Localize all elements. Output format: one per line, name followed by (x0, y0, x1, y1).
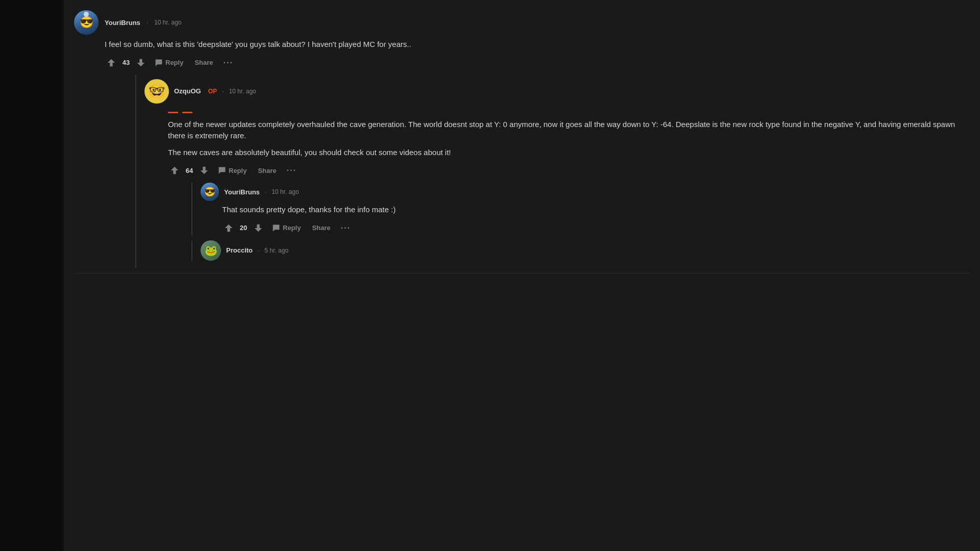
comment-icon-youribruns-sm (272, 224, 280, 232)
comment-body-youribruns: I feel so dumb, what is this 'deepslate'… (105, 39, 970, 268)
downvote-button-ozquog[interactable] (198, 164, 211, 177)
nested-comment-ozquog: OzquOG OP · 10 hr. ago One of the (135, 75, 970, 268)
timestamp-sep-proccito: · (258, 247, 259, 254)
upvote-icon-ozquog (170, 166, 179, 175)
comment-youribruns-top: YouriBruns · 10 hr. ago I feel so dumb, … (74, 5, 970, 273)
upvote-icon (107, 58, 116, 67)
share-button-youribruns-sm[interactable]: Share (308, 221, 334, 235)
comment-icon-youribruns (155, 59, 163, 67)
reply-button-ozquog[interactable]: Reply (214, 163, 251, 178)
downvote-icon-youribruns-sm (254, 223, 263, 233)
comment-icon-ozquog (218, 166, 226, 174)
timestamp-ozquog: 10 hr. ago (229, 88, 256, 95)
vote-count-youribruns: 43 (120, 59, 132, 66)
username-youribruns: YouriBruns (105, 19, 140, 27)
action-bar-youribruns: 43 Reply (105, 56, 970, 70)
reply-button-youribruns[interactable]: Reply (151, 56, 187, 70)
nested-comment-inner: OzquOG OP · 10 hr. ago One of the (144, 75, 970, 268)
op-badge: OP (208, 88, 217, 95)
action-bar-youribruns-sm: 20 (222, 221, 970, 235)
main-content: YouriBruns · 10 hr. ago I feel so dumb, … (64, 0, 980, 551)
comment-text-ozquog-1: One of the newer updates completely over… (168, 119, 970, 142)
downvote-icon-ozquog (200, 166, 209, 175)
downvote-button-youribruns[interactable] (134, 56, 148, 69)
timestamp-youribruns: · (146, 19, 148, 26)
double-nested-youribruns: YouriBruns · 10 hr. ago That sounds pret… (191, 183, 970, 235)
nested-body-ozquog: One of the newer updates completely over… (168, 107, 970, 261)
nested-header-ozquog: OzquOG OP · 10 hr. ago (144, 79, 970, 104)
more-button-youribruns-sm[interactable]: ··· (338, 221, 354, 235)
username-youribruns-sm: YouriBruns (224, 188, 260, 196)
vote-section-youribruns: 43 (105, 56, 148, 69)
username-proccito: Proccito (226, 246, 253, 254)
comments-area: YouriBruns · 10 hr. ago I feel so dumb, … (74, 0, 970, 279)
timestamp-youribruns-sm: 10 hr. ago (272, 188, 299, 195)
timestamp-sep-ozquog: · (222, 88, 224, 95)
more-button-ozquog[interactable]: ··· (284, 164, 300, 177)
timestamp-youribruns-val: 10 hr. ago (154, 19, 181, 26)
upvote-button-youribruns-sm[interactable] (222, 221, 235, 235)
partial-header-proccito: Proccito · 5 hr. ago (201, 240, 970, 261)
more-button-youribruns[interactable]: ··· (220, 56, 236, 69)
reply-button-youribruns-sm[interactable]: Reply (268, 221, 305, 235)
action-bar-ozquog: 64 (168, 163, 970, 178)
upvote-icon-youribruns-sm (224, 223, 233, 233)
op-dashes (168, 107, 970, 115)
upvote-button-ozquog[interactable] (168, 164, 181, 177)
vote-count-youribruns-sm: 20 (237, 224, 250, 232)
downvote-icon (136, 58, 145, 67)
timestamp-sep-youribruns-sm: · (265, 188, 266, 195)
timestamp-proccito: 5 hr. ago (264, 247, 288, 254)
vote-section-ozquog: 64 (168, 164, 211, 177)
partial-comment-proccito: Proccito · 5 hr. ago (191, 240, 970, 261)
downvote-button-youribruns-sm[interactable] (252, 221, 265, 235)
comment-text-ozquog-2: The new caves are absolutely beautiful, … (168, 147, 970, 159)
upvote-button-youribruns[interactable] (105, 56, 118, 69)
vote-count-ozquog: 64 (183, 167, 195, 174)
share-button-ozquog[interactable]: Share (254, 164, 280, 178)
avatar-youribruns (74, 10, 99, 35)
comment-text-youribruns-sm: That sounds pretty dope, thanks for the … (222, 204, 970, 216)
username-ozquog: OzquOG (174, 87, 201, 95)
avatar-youribruns-small (201, 183, 219, 201)
dash-1 (168, 112, 178, 113)
comment-text-youribruns: I feel so dumb, what is this 'deepslate'… (105, 39, 970, 51)
double-nested-body: That sounds pretty dope, thanks for the … (222, 204, 970, 235)
comment-header: YouriBruns · 10 hr. ago (74, 10, 970, 35)
dash-2 (182, 112, 192, 113)
share-button-youribruns[interactable]: Share (190, 56, 217, 69)
avatar-ozquog (144, 79, 169, 104)
avatar-proccito (201, 240, 221, 261)
vote-section-youribruns-sm: 20 (222, 221, 265, 235)
double-nested-header-youribruns: YouriBruns · 10 hr. ago (201, 183, 970, 201)
left-sidebar (0, 0, 64, 551)
